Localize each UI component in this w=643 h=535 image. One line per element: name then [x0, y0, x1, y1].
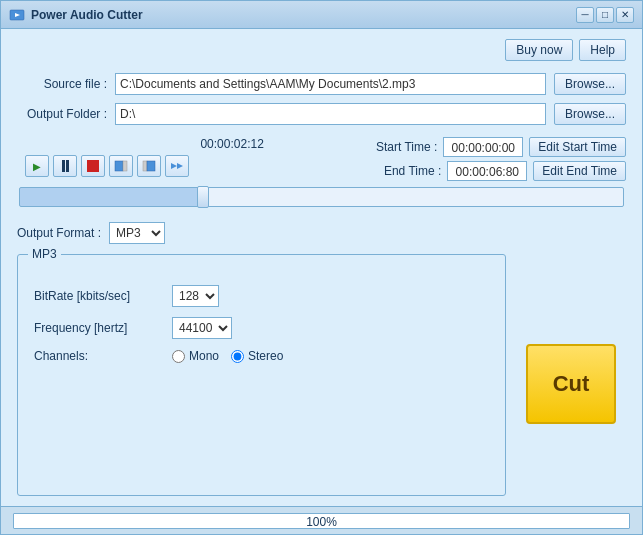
- channels-row: Channels: Mono Stereo: [34, 349, 489, 363]
- seek-slider-container: [17, 187, 626, 210]
- help-button[interactable]: Help: [579, 39, 626, 61]
- channels-radio-group: Mono Stereo: [172, 349, 283, 363]
- end-time-row: End Time : 00:00:06:80 Edit End Time: [371, 161, 626, 181]
- player-section: 00:00:02:12 ▶: [17, 137, 626, 214]
- playback-controls: ▶: [25, 155, 189, 177]
- edit-end-button[interactable]: Edit End Time: [533, 161, 626, 181]
- maximize-button[interactable]: □: [596, 7, 614, 23]
- title-bar: Power Audio Cutter ─ □ ✕: [1, 1, 642, 29]
- source-file-input[interactable]: [115, 73, 546, 95]
- mark-in-icon: [114, 159, 128, 173]
- mp3-settings-group: MP3 BitRate [kbits/sec] 64 128 192 256 3…: [17, 254, 506, 496]
- close-button[interactable]: ✕: [616, 7, 634, 23]
- main-area: MP3 BitRate [kbits/sec] 64 128 192 256 3…: [17, 252, 626, 496]
- current-time-display: 00:00:02:12: [107, 137, 357, 151]
- output-folder-label: Output Folder :: [17, 107, 107, 121]
- stereo-option[interactable]: Stereo: [231, 349, 283, 363]
- mark-out-icon: [142, 159, 156, 173]
- mono-radio[interactable]: [172, 350, 185, 363]
- svg-marker-6: [171, 163, 177, 169]
- start-time-value: 00:00:00:00: [443, 137, 523, 157]
- mono-label: Mono: [189, 349, 219, 363]
- frequency-row: Frequency [hertz] 22050 44100 48000: [34, 317, 489, 339]
- output-folder-input[interactable]: [115, 103, 546, 125]
- start-time-row: Start Time : 00:00:00:00 Edit Start Time: [367, 137, 626, 157]
- bitrate-label: BitRate [kbits/sec]: [34, 289, 164, 303]
- svg-rect-3: [123, 161, 127, 171]
- progress-text: 100%: [14, 514, 629, 530]
- svg-marker-7: [177, 163, 183, 169]
- end-time-value: 00:00:06:80: [447, 161, 527, 181]
- pause-button[interactable]: [53, 155, 77, 177]
- bitrate-select[interactable]: 64 128 192 256 320: [172, 285, 219, 307]
- play-button[interactable]: ▶: [25, 155, 49, 177]
- mark-in-button[interactable]: [109, 155, 133, 177]
- svg-rect-5: [147, 161, 155, 171]
- stereo-radio[interactable]: [231, 350, 244, 363]
- mono-option[interactable]: Mono: [172, 349, 219, 363]
- top-buttons: Buy now Help: [17, 39, 626, 61]
- app-icon: [9, 7, 25, 23]
- output-format-label: Output Format :: [17, 226, 101, 240]
- source-file-row: Source file : Browse...: [17, 73, 626, 95]
- buy-now-button[interactable]: Buy now: [505, 39, 573, 61]
- output-format-select[interactable]: MP3 WAV OGG WMA AAC: [109, 222, 165, 244]
- source-file-label: Source file :: [17, 77, 107, 91]
- main-window: Power Audio Cutter ─ □ ✕ Buy now Help So…: [0, 0, 643, 535]
- jump-icon: [169, 159, 185, 173]
- output-browse-button[interactable]: Browse...: [554, 103, 626, 125]
- start-time-label: Start Time :: [367, 140, 437, 154]
- stereo-label: Stereo: [248, 349, 283, 363]
- content-area: Buy now Help Source file : Browse... Out…: [1, 29, 642, 506]
- time-info-panel: Start Time : 00:00:00:00 Edit Start Time…: [367, 137, 626, 181]
- edit-start-button[interactable]: Edit Start Time: [529, 137, 626, 157]
- frequency-select[interactable]: 22050 44100 48000: [172, 317, 232, 339]
- output-folder-row: Output Folder : Browse...: [17, 103, 626, 125]
- bitrate-row: BitRate [kbits/sec] 64 128 192 256 320: [34, 285, 489, 307]
- jump-button[interactable]: [165, 155, 189, 177]
- source-browse-button[interactable]: Browse...: [554, 73, 626, 95]
- seek-slider[interactable]: [19, 187, 624, 207]
- format-row: Output Format : MP3 WAV OGG WMA AAC: [17, 222, 626, 244]
- title-bar-left: Power Audio Cutter: [9, 7, 143, 23]
- bottom-bar: 100%: [1, 506, 642, 534]
- mp3-content: BitRate [kbits/sec] 64 128 192 256 320 F…: [34, 285, 489, 363]
- frequency-label: Frequency [hertz]: [34, 321, 164, 335]
- title-text: Power Audio Cutter: [31, 8, 143, 22]
- title-controls: ─ □ ✕: [576, 7, 634, 23]
- progress-container: 100%: [13, 513, 630, 529]
- channels-label: Channels:: [34, 349, 164, 363]
- svg-rect-4: [143, 161, 147, 171]
- stop-button[interactable]: [81, 155, 105, 177]
- minimize-button[interactable]: ─: [576, 7, 594, 23]
- end-time-label: End Time :: [371, 164, 441, 178]
- mp3-group-legend: MP3: [28, 247, 61, 261]
- cut-button[interactable]: Cut: [526, 344, 616, 424]
- svg-rect-2: [115, 161, 123, 171]
- mark-out-button[interactable]: [137, 155, 161, 177]
